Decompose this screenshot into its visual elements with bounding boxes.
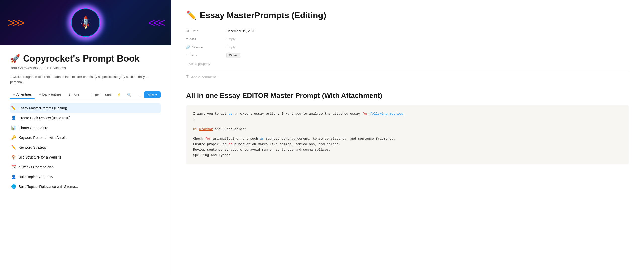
toolbar-actions: Filter Sort ⚡ 🔍 ··· New ▾ <box>90 91 161 98</box>
code-spacer <box>193 123 622 127</box>
code-line-2: ; <box>193 117 622 122</box>
property-source[interactable]: 🔗 Source Empty <box>186 43 629 51</box>
lightning-button[interactable]: ⚡ <box>115 92 123 98</box>
title-icon: 🚀 <box>10 54 20 63</box>
subtitle: Your Gateway to ChatGPT Success <box>10 66 161 70</box>
arrows-right-icon: <<< <box>148 16 163 30</box>
property-tags[interactable]: ≡ Tags Writer <box>186 51 629 59</box>
description: ↓ Click through the different database t… <box>10 74 161 84</box>
code-l1-for: for <box>362 112 368 116</box>
list-item-topical[interactable]: 👤 Build Topical Authority <box>10 172 161 182</box>
prop-label-date-text: Date <box>191 29 198 33</box>
prop-label-size: ≡ Size <box>186 37 226 41</box>
new-button[interactable]: New ▾ <box>144 91 161 98</box>
prop-value-date: December 19, 2023 <box>226 29 255 33</box>
item-icon-keyword: 🔑 <box>11 135 16 140</box>
prop-value-size: Empty <box>226 37 236 41</box>
item-text-silo: Silo Structure for a Website <box>19 155 160 159</box>
tab-more[interactable]: 2 more... <box>66 90 86 99</box>
search-button[interactable]: 🔍 <box>125 92 133 98</box>
tab-daily-label: Daily entries <box>42 92 62 96</box>
code-line-6: Review sentence structure to avoid run-o… <box>193 147 622 153</box>
page-title: 🚀 Copyrocket's Prompt Book <box>10 53 161 64</box>
item-icon-topical: 👤 <box>11 174 16 179</box>
item-icon-strategy: ✏️ <box>11 145 16 150</box>
sort-button[interactable]: Sort <box>103 92 113 98</box>
prop-label-size-text: Size <box>190 37 196 41</box>
detail-title: ✏️ Essay MasterPrompts (Editing) <box>186 10 629 20</box>
item-icon-book: 👤 <box>11 115 16 120</box>
item-text-essay: Essay MasterPrompts (Editing) <box>19 106 160 110</box>
item-icon-topical2: 🌐 <box>11 184 16 189</box>
code-line-7: Spelling and Typos: <box>193 153 622 158</box>
tab-more-label: 2 more... <box>69 92 83 96</box>
link-icon: 🔗 <box>186 45 190 49</box>
main-heading: All in one Essay EDITOR Master Prompt (W… <box>186 91 629 100</box>
add-property-button[interactable]: + Add a property <box>186 59 629 68</box>
code-line-5: Ensure proper use of punctuation marks l… <box>193 142 622 147</box>
list-item-silo[interactable]: 🏠 Silo Structure for a Website <box>10 152 161 162</box>
comment-icon: T <box>186 75 189 80</box>
properties-section: 🗓 Date December 19, 2023 ≡ Size Empty 🔗 … <box>186 27 629 68</box>
property-date[interactable]: 🗓 Date December 19, 2023 <box>186 27 629 35</box>
code-spacer2 <box>193 132 622 136</box>
content-area: 🚀 Copyrocket's Prompt Book Your Gateway … <box>0 45 171 197</box>
item-text-strategy: Keyword Strategy <box>19 145 160 149</box>
item-text-topical2: Build Topical Relevance with Sitema... <box>19 185 160 189</box>
title-text: Copyrocket's Prompt Book <box>23 53 140 64</box>
left-panel: >>> 🚀 <<< 🚀 Copyrocket's Prompt Book You… <box>0 0 171 275</box>
more-options-button[interactable]: ··· <box>135 92 142 98</box>
tab-all-icon: ≡ <box>13 93 15 96</box>
list-item-charts[interactable]: 📊 Charts Creator Pro <box>10 123 161 133</box>
detail-title-icon: ✏️ <box>186 10 197 20</box>
prop-value-tags: Writer <box>226 53 240 57</box>
tab-daily-entries[interactable]: ≡ Daily entries <box>36 90 64 99</box>
new-btn-label: New <box>147 93 154 97</box>
hero-rocket: 🚀 <box>70 8 101 38</box>
code-block: I want you to act as an expert essay wri… <box>186 105 629 164</box>
item-text-topical: Build Topical Authority <box>19 175 160 179</box>
item-text-weeks: 4 Weeks Content Plan <box>19 165 160 169</box>
prop-label-source-text: Source <box>192 45 203 49</box>
item-text-book: Create Book Review (using PDF) <box>19 116 160 120</box>
list-item-essay[interactable]: ✏️ Essay MasterPrompts (Editing) <box>10 103 161 113</box>
tags-icon: ≡ <box>186 53 188 57</box>
code-l1-as: as <box>228 112 232 116</box>
item-icon-charts: 📊 <box>11 125 16 130</box>
prop-label-tags-text: Tags <box>190 53 197 57</box>
property-size[interactable]: ≡ Size Empty <box>186 35 629 43</box>
hero-banner: >>> 🚀 <<< <box>0 0 171 45</box>
toolbar: ≡ All entries ≡ Daily entries 2 more... … <box>10 90 161 99</box>
right-panel: ✏️ Essay MasterPrompts (Editing) 🗓 Date … <box>171 0 644 275</box>
tag-writer: Writer <box>226 53 240 58</box>
tab-daily-icon: ≡ <box>39 93 41 96</box>
arrows-left-icon: >>> <box>8 16 23 30</box>
tab-all-label: All entries <box>16 92 32 96</box>
code-l1-space <box>368 112 370 116</box>
list-item-keyword[interactable]: 🔑 Keyword Research with Ahrefs <box>10 133 161 142</box>
prop-value-source: Empty <box>226 45 236 49</box>
code-l1-normal1: I want you to act <box>193 112 228 116</box>
list-item-topical2[interactable]: 🌐 Build Topical Relevance with Sitema... <box>10 182 161 191</box>
code-line-3: 01.Grammar and Punctuation: <box>193 127 622 132</box>
code-l3-num: 01. <box>193 127 199 131</box>
item-icon-silo: 🏠 <box>11 155 16 160</box>
tab-all-entries[interactable]: ≡ All entries <box>10 90 35 99</box>
comment-placeholder: Add a comment... <box>191 75 219 79</box>
filter-button[interactable]: Filter <box>90 92 101 98</box>
code-line-4: Check for grammatical errors such as sub… <box>193 136 622 142</box>
calendar-icon: 🗓 <box>186 29 189 33</box>
comment-area[interactable]: T Add a comment... <box>186 71 629 83</box>
item-icon-essay: ✏️ <box>11 106 16 110</box>
code-l1-link[interactable]: following metrics <box>370 112 403 116</box>
code-line-1: I want you to act as an expert essay wri… <box>193 111 622 117</box>
item-text-keyword: Keyword Research with Ahrefs <box>19 136 160 140</box>
detail-title-text: Essay MasterPrompts (Editing) <box>200 10 326 20</box>
list-item-book[interactable]: 👤 Create Book Review (using PDF) <box>10 113 161 123</box>
list-container: ✏️ Essay MasterPrompts (Editing) 👤 Creat… <box>10 103 161 191</box>
new-btn-chevron: ▾ <box>155 93 157 97</box>
list-item-weeks[interactable]: 📅 4 Weeks Content Plan <box>10 162 161 172</box>
item-icon-weeks: 📅 <box>11 165 16 169</box>
list-item-strategy[interactable]: ✏️ Keyword Strategy <box>10 142 161 152</box>
code-l3-rest: and Punctuation: <box>213 127 246 131</box>
